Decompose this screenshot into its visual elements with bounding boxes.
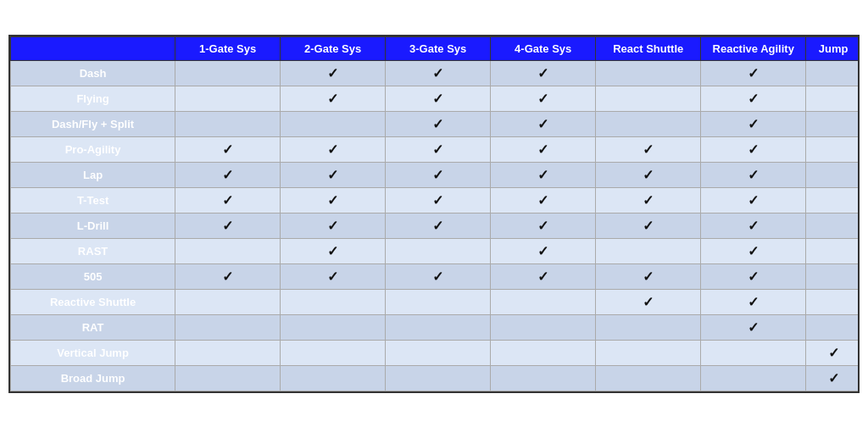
check-cell: ✓ — [701, 136, 806, 162]
check-cell — [281, 365, 386, 391]
table-row: Flying✓✓✓✓ — [11, 86, 860, 111]
check-cell: ✓ — [596, 263, 701, 289]
header-reactive-agility: Reactive Agility — [701, 36, 806, 60]
check-cell: ✓ — [701, 289, 806, 314]
checkmark-icon: ✓ — [828, 346, 839, 360]
row-label: Lap — [11, 162, 175, 187]
checkmark-icon: ✓ — [327, 66, 338, 80]
check-cell: ✓ — [175, 162, 281, 187]
check-cell — [806, 136, 860, 162]
checkmark-icon: ✓ — [432, 193, 443, 208]
check-cell — [596, 340, 701, 365]
check-cell — [175, 314, 281, 340]
check-cell: ✓ — [386, 86, 491, 111]
header-jump: Jump — [806, 36, 860, 60]
check-cell — [806, 111, 860, 136]
row-label: Broad Jump — [11, 365, 175, 391]
row-label: Flying — [11, 86, 175, 111]
check-cell — [491, 314, 596, 340]
checkmark-icon: ✓ — [222, 193, 233, 208]
checkmark-icon: ✓ — [748, 117, 759, 131]
table-row: RAST✓✓✓ — [11, 238, 860, 263]
checkmark-icon: ✓ — [432, 168, 443, 182]
check-cell — [806, 289, 860, 314]
check-cell: ✓ — [386, 60, 491, 86]
check-cell — [175, 289, 281, 314]
check-cell — [806, 314, 860, 340]
check-cell: ✓ — [596, 136, 701, 162]
checkmark-icon: ✓ — [222, 269, 233, 284]
row-label: L-Drill — [11, 213, 175, 238]
checkmark-icon: ✓ — [537, 269, 548, 284]
check-cell — [806, 238, 860, 263]
check-cell — [491, 289, 596, 314]
check-cell: ✓ — [386, 111, 491, 136]
check-cell: ✓ — [701, 187, 806, 213]
row-label: Vertical Jump — [11, 340, 175, 365]
header-empty — [11, 36, 175, 60]
check-cell: ✓ — [281, 162, 386, 187]
checkmark-icon: ✓ — [537, 142, 548, 157]
checkmark-icon: ✓ — [828, 371, 839, 385]
table-row: L-Drill✓✓✓✓✓✓ — [11, 213, 860, 238]
table-row: Dash✓✓✓✓ — [11, 60, 860, 86]
check-cell: ✓ — [491, 111, 596, 136]
checkmark-icon: ✓ — [748, 66, 759, 80]
checkmark-icon: ✓ — [643, 295, 654, 309]
checkmark-icon: ✓ — [643, 193, 654, 208]
checkmark-icon: ✓ — [327, 244, 338, 258]
check-cell — [491, 340, 596, 365]
check-cell — [596, 111, 701, 136]
check-cell: ✓ — [175, 136, 281, 162]
check-cell: ✓ — [175, 263, 281, 289]
checkmark-icon: ✓ — [748, 168, 759, 182]
check-cell — [386, 314, 491, 340]
check-cell — [806, 213, 860, 238]
row-label: RAT — [11, 314, 175, 340]
checkmark-icon: ✓ — [748, 295, 759, 309]
check-cell: ✓ — [386, 162, 491, 187]
row-label: Dash — [11, 60, 175, 86]
check-cell — [175, 60, 281, 86]
check-cell: ✓ — [596, 187, 701, 213]
row-label: T-Test — [11, 187, 175, 213]
check-cell — [281, 314, 386, 340]
check-cell — [596, 238, 701, 263]
row-label: Pro-Agility — [11, 136, 175, 162]
check-cell — [386, 238, 491, 263]
checkmark-icon: ✓ — [327, 168, 338, 182]
check-cell: ✓ — [175, 187, 281, 213]
check-cell — [281, 111, 386, 136]
checkmark-icon: ✓ — [643, 142, 654, 157]
checkmark-icon: ✓ — [432, 66, 443, 80]
checkmark-icon: ✓ — [748, 193, 759, 208]
checkmark-icon: ✓ — [327, 142, 338, 157]
checkmark-icon: ✓ — [537, 244, 548, 258]
check-cell: ✓ — [281, 213, 386, 238]
table-row: RAT✓ — [11, 314, 860, 340]
checkmark-icon: ✓ — [537, 66, 548, 80]
check-cell: ✓ — [491, 213, 596, 238]
table-row: Broad Jump✓ — [11, 365, 860, 391]
check-cell: ✓ — [491, 86, 596, 111]
checkmark-icon: ✓ — [748, 244, 759, 258]
checkmark-icon: ✓ — [748, 92, 759, 106]
checkmark-icon: ✓ — [327, 219, 338, 233]
check-cell: ✓ — [596, 162, 701, 187]
check-cell: ✓ — [701, 86, 806, 111]
row-label: Dash/Fly + Split — [11, 111, 175, 136]
check-cell: ✓ — [281, 60, 386, 86]
checkmark-icon: ✓ — [643, 269, 654, 284]
checkmark-icon: ✓ — [222, 219, 233, 233]
check-cell: ✓ — [386, 263, 491, 289]
checkmark-icon: ✓ — [748, 142, 759, 157]
checkmark-icon: ✓ — [432, 219, 443, 233]
check-cell — [701, 365, 806, 391]
check-cell: ✓ — [491, 136, 596, 162]
check-cell: ✓ — [386, 213, 491, 238]
check-cell — [596, 60, 701, 86]
checkmark-icon: ✓ — [432, 269, 443, 284]
check-cell — [175, 365, 281, 391]
checkmark-icon: ✓ — [748, 219, 759, 233]
row-label: Reactive Shuttle — [11, 289, 175, 314]
